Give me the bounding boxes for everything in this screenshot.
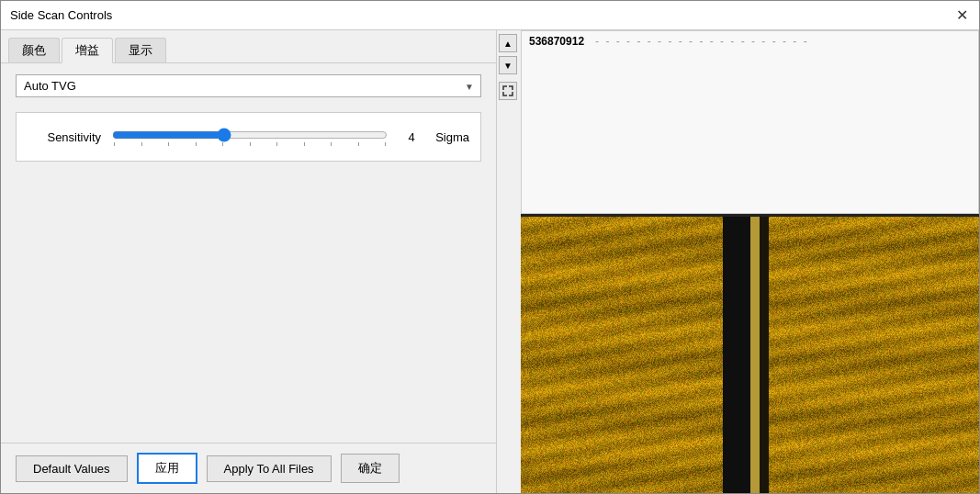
scroll-down-button[interactable]: ▼ xyxy=(499,56,517,74)
tvg-dropdown-wrapper: Auto TVG Manual TVG No TVG ▼ xyxy=(16,74,481,97)
tick xyxy=(168,142,169,146)
expand-button[interactable] xyxy=(499,82,517,100)
slider-ticks xyxy=(112,142,388,146)
waveform-content xyxy=(522,51,978,198)
window-title: Side Scan Controls xyxy=(10,8,112,22)
track-id: 536870912 xyxy=(529,35,584,48)
sensitivity-row: Sensitivity xyxy=(28,128,469,146)
sensitivity-box: Sensitivity xyxy=(16,112,481,162)
tick xyxy=(141,142,142,146)
bottom-bar: Default Values 应用 Apply To All Files 确定 xyxy=(1,443,496,493)
sensitivity-slider[interactable] xyxy=(112,128,388,142)
window-body: 颜色 增益 显示 Auto TVG Manual TVG xyxy=(1,30,979,493)
tick xyxy=(358,142,359,146)
slider-wrapper xyxy=(112,128,388,146)
apply-button[interactable]: 应用 xyxy=(137,453,197,484)
sonar-image xyxy=(521,217,979,493)
tab-display[interactable]: 显示 xyxy=(115,38,166,62)
tab-color[interactable]: 颜色 xyxy=(8,38,60,62)
close-button[interactable]: ✕ xyxy=(953,7,970,24)
tick xyxy=(385,142,386,146)
sensitivity-label: Sensitivity xyxy=(28,130,101,144)
tick xyxy=(276,142,277,146)
scroll-controls: ▲ ▼ xyxy=(497,30,519,493)
tab-bar: 颜色 增益 显示 xyxy=(1,30,496,63)
title-bar: Side Scan Controls ✕ xyxy=(1,1,979,30)
dropdown-row: Auto TVG Manual TVG No TVG ▼ xyxy=(16,74,481,97)
waveform-area: 536870912 - - - - - - - - - - - - - - - … xyxy=(521,30,979,214)
tab-gain[interactable]: 增益 xyxy=(62,38,113,63)
tick xyxy=(331,142,332,146)
sigma-label: Sigma xyxy=(435,130,469,144)
apply-all-button[interactable]: Apply To All Files xyxy=(207,455,332,482)
tick xyxy=(196,142,197,146)
tick xyxy=(114,142,115,146)
content-area: Auto TVG Manual TVG No TVG ▼ Sensitivity xyxy=(1,63,496,443)
default-values-button[interactable]: Default Values xyxy=(16,455,128,482)
tick xyxy=(250,142,251,146)
tvg-dropdown[interactable]: Auto TVG Manual TVG No TVG xyxy=(16,74,481,97)
ok-button[interactable]: 确定 xyxy=(341,454,400,483)
tick xyxy=(222,142,223,146)
sensitivity-value: 4 xyxy=(399,130,424,144)
visualization-area: 536870912 - - - - - - - - - - - - - - - … xyxy=(521,30,979,493)
right-panel: ▲ ▼ 536870912 - - - - - - xyxy=(497,30,979,493)
scroll-up-button[interactable]: ▲ xyxy=(499,34,517,52)
main-window: Side Scan Controls ✕ 颜色 增益 显示 xyxy=(0,0,980,494)
waveform-header: 536870912 - - - - - - - - - - - - - - - … xyxy=(522,31,978,51)
waveform-dashes: - - - - - - - - - - - - - - - - - - - - … xyxy=(595,35,809,48)
sonar-canvas xyxy=(521,217,979,493)
tick xyxy=(304,142,305,146)
left-panel: 颜色 增益 显示 Auto TVG Manual TVG xyxy=(1,30,497,493)
